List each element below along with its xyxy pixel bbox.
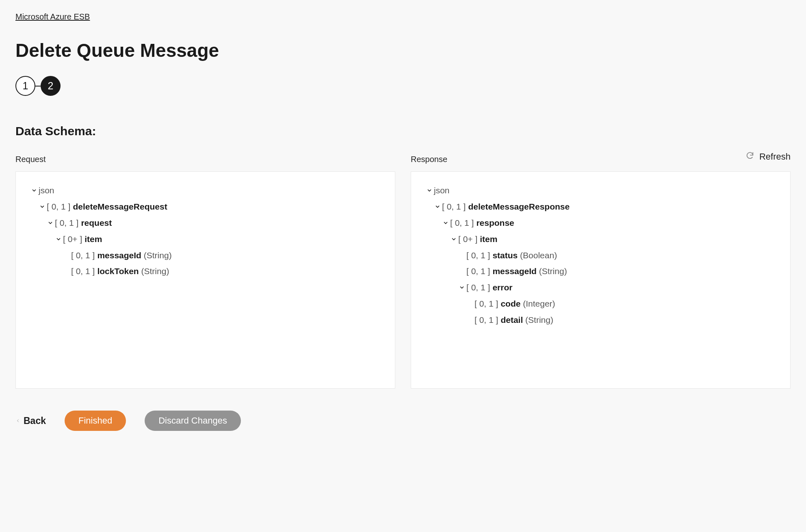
chevron-down-icon	[46, 220, 55, 226]
step-2[interactable]: 2	[41, 76, 61, 96]
field-type: (Integer)	[523, 296, 555, 312]
chevron-down-icon	[30, 188, 39, 193]
field-name: code	[500, 296, 520, 312]
tree-node-deletemessagerequest[interactable]: [ 0, 1 ] deleteMessageRequest	[30, 199, 381, 215]
field-name: status	[492, 247, 518, 264]
tree-node-json[interactable]: json	[30, 182, 381, 199]
field-name: messageId	[492, 263, 537, 279]
step-connector	[35, 86, 41, 87]
cardinality: [ 0, 1 ]	[474, 296, 498, 312]
tree-node-json[interactable]: json	[425, 182, 776, 199]
tree-leaf-status[interactable]: [ 0, 1 ] status (Boolean)	[425, 247, 776, 264]
chevron-down-icon	[457, 285, 466, 290]
tree-node-label: item	[84, 231, 102, 247]
tree-node-label: item	[480, 231, 497, 247]
cardinality: [ 0, 1 ]	[71, 247, 95, 264]
discard-changes-button[interactable]: Discard Changes	[145, 411, 241, 431]
page-title: Delete Queue Message	[15, 39, 791, 61]
cardinality: [ 0, 1 ]	[474, 312, 498, 328]
cardinality: [ 0, 1 ]	[466, 279, 490, 296]
response-schema-panel: json [ 0, 1 ] deleteMessageResponse [ 0,…	[411, 171, 791, 389]
chevron-down-icon	[433, 204, 442, 210]
chevron-left-icon	[15, 417, 20, 425]
tree-node-request[interactable]: [ 0, 1 ] request	[30, 215, 381, 231]
cardinality: [ 0, 1 ]	[71, 263, 95, 279]
tree-leaf-code[interactable]: [ 0, 1 ] code (Integer)	[425, 296, 776, 312]
field-name: detail	[500, 312, 523, 328]
cardinality: [ 0, 1 ]	[442, 199, 466, 215]
field-type: (String)	[144, 247, 172, 264]
chevron-down-icon	[38, 204, 47, 210]
cardinality: [ 0, 1 ]	[466, 263, 490, 279]
step-1[interactable]: 1	[15, 76, 35, 96]
tree-node-label: response	[476, 215, 514, 231]
chevron-down-icon	[449, 236, 458, 242]
field-name: messageId	[97, 247, 141, 264]
cardinality: [ 0, 1 ]	[47, 199, 70, 215]
response-panel-label: Response	[411, 155, 791, 164]
tree-node-error[interactable]: [ 0, 1 ] error	[425, 279, 776, 296]
finished-button[interactable]: Finished	[65, 411, 126, 431]
back-label: Back	[24, 415, 46, 426]
tree-node-response[interactable]: [ 0, 1 ] response	[425, 215, 776, 231]
field-type: (Boolean)	[520, 247, 557, 264]
cardinality: [ 0, 1 ]	[466, 247, 490, 264]
chevron-down-icon	[425, 188, 434, 193]
tree-node-label: error	[492, 279, 512, 296]
tree-leaf-detail[interactable]: [ 0, 1 ] detail (String)	[425, 312, 776, 328]
tree-node-item[interactable]: [ 0+ ] item	[30, 231, 381, 247]
field-type: (String)	[539, 263, 567, 279]
tree-node-item[interactable]: [ 0+ ] item	[425, 231, 776, 247]
tree-leaf-locktoken[interactable]: [ 0, 1 ] lockToken (String)	[30, 263, 381, 279]
field-type: (String)	[141, 263, 169, 279]
section-heading-data-schema: Data Schema:	[15, 124, 791, 138]
cardinality: [ 0+ ]	[458, 231, 477, 247]
breadcrumb-link[interactable]: Microsoft Azure ESB	[15, 12, 90, 21]
tree-node-label: json	[39, 182, 54, 199]
chevron-down-icon	[441, 220, 450, 226]
tree-leaf-messageid[interactable]: [ 0, 1 ] messageId (String)	[30, 247, 381, 264]
cardinality: [ 0, 1 ]	[55, 215, 78, 231]
tree-node-deletemessageresponse[interactable]: [ 0, 1 ] deleteMessageResponse	[425, 199, 776, 215]
cardinality: [ 0+ ]	[63, 231, 82, 247]
tree-node-label: json	[434, 182, 450, 199]
tree-node-label: request	[81, 215, 112, 231]
field-type: (String)	[525, 312, 553, 328]
cardinality: [ 0, 1 ]	[450, 215, 474, 231]
request-panel-label: Request	[15, 155, 395, 164]
wizard-stepper: 1 2	[15, 76, 791, 96]
tree-node-label: deleteMessageRequest	[73, 199, 167, 215]
field-name: lockToken	[97, 263, 139, 279]
request-schema-panel: json [ 0, 1 ] deleteMessageRequest [ 0, …	[15, 171, 395, 389]
tree-leaf-messageid[interactable]: [ 0, 1 ] messageId (String)	[425, 263, 776, 279]
chevron-down-icon	[54, 236, 63, 242]
back-button[interactable]: Back	[15, 415, 46, 426]
tree-node-label: deleteMessageResponse	[468, 199, 570, 215]
